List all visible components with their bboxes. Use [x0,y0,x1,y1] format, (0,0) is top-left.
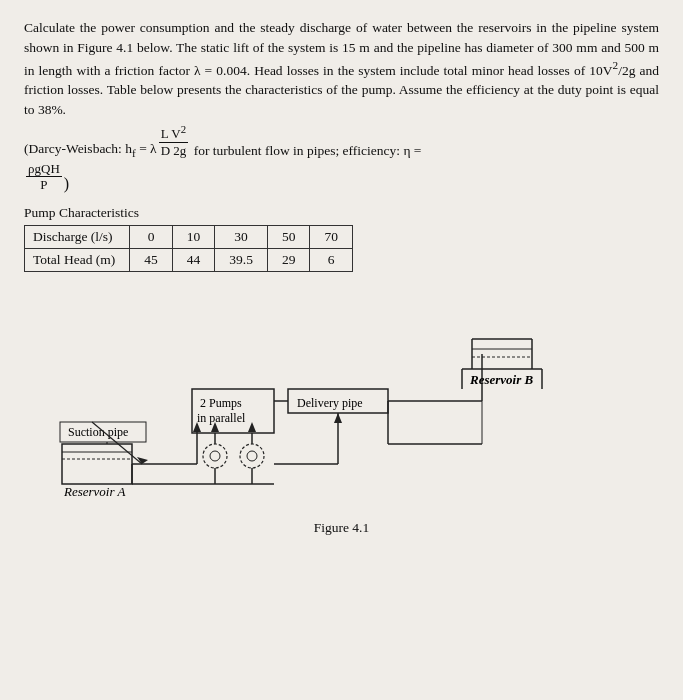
svg-point-13 [240,444,264,468]
figure-container: Reservoir A Suction pipe 2 Pumps in para… [32,294,652,514]
pumps-parallel-label-line1: 2 Pumps [200,396,242,410]
pump-table: Discharge (l/s) 0 10 30 50 70 Total Head… [24,225,353,272]
table-row: Total Head (m) 45 44 39.5 29 6 [25,249,353,272]
table-cell: 30 [215,226,268,249]
darcy-formula-suffix: for turbulent flow in pipes; efficiency:… [190,143,421,159]
svg-marker-19 [248,422,256,432]
table-cell: 45 [130,249,173,272]
table-cell: Total Head (m) [25,249,130,272]
figure-svg: Reservoir A Suction pipe 2 Pumps in para… [32,294,652,514]
table-cell: 70 [310,226,353,249]
main-paragraph: Calculate the power consumption and the … [24,18,659,119]
darcy-fraction: L V2 D 2g [159,123,189,159]
svg-point-12 [203,444,227,468]
table-cell: 0 [130,226,173,249]
table-cell: 10 [172,226,215,249]
table-cell: 44 [172,249,215,272]
svg-point-15 [247,451,257,461]
efficiency-fraction-numerator: ρgQH [26,161,62,178]
table-row: Discharge (l/s) 0 10 30 50 70 [25,226,353,249]
table-cell: Discharge (l/s) [25,226,130,249]
pump-characteristics-title: Pump Characteristics [24,205,659,221]
darcy-fraction-denominator: D 2g [159,143,189,159]
efficiency-paren: ) [64,175,69,193]
svg-point-14 [210,451,220,461]
figure-caption: Figure 4.1 [24,520,659,536]
main-content: Calculate the power consumption and the … [24,18,659,536]
table-cell: 50 [267,226,310,249]
svg-marker-27 [334,413,342,423]
table-cell: 39.5 [215,249,268,272]
table-cell: 6 [310,249,353,272]
reservoir-a-label: Reservoir A [63,484,126,499]
reservoir-b-label: Reservoir B [469,372,534,387]
efficiency-formula-line: ρgQH P ) [24,161,659,193]
table-cell: 29 [267,249,310,272]
darcy-formula-text: (Darcy-Weisbach: hf = λ [24,141,157,159]
pumps-parallel-label-line2: in parallel [197,411,246,425]
svg-rect-0 [62,444,132,484]
delivery-pipe-label: Delivery pipe [297,396,363,410]
efficiency-fraction-denominator: P [38,177,49,193]
efficiency-fraction: ρgQH P [26,161,62,193]
darcy-formula-line: (Darcy-Weisbach: hf = λ L V2 D 2g for tu… [24,123,659,159]
darcy-fraction-numerator: L V2 [159,123,188,143]
